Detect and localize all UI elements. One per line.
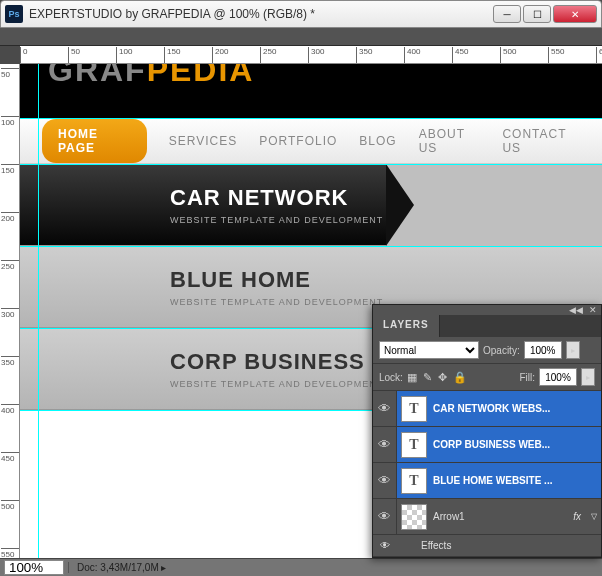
layers-panel[interactable]: ◀◀✕ LAYERS Normal Opacity: ▸ Lock: ▦ ✎ ✥… <box>372 304 602 558</box>
logo: GRAFPEDIA <box>48 64 254 89</box>
design-navbar: HOME PAGE SERVICES PORTFOLIO BLOG ABOUT … <box>20 118 602 164</box>
visibility-icon[interactable]: 👁 <box>373 499 397 534</box>
text-layer-icon: T <box>401 396 427 422</box>
photoshop-icon: Ps <box>5 5 23 23</box>
window-title: EXPERTSTUDIO by GRAFPEDIA @ 100% (RGB/8)… <box>29 7 493 21</box>
nav-link: SERVICES <box>169 134 237 148</box>
visibility-icon[interactable]: 👁 <box>373 540 397 551</box>
visibility-icon[interactable]: 👁 <box>373 391 397 426</box>
blend-mode-select[interactable]: Normal <box>379 341 479 359</box>
layer-row[interactable]: 👁TCORP BUSINESS WEB... <box>373 427 601 463</box>
maximize-button[interactable]: ☐ <box>523 5 551 23</box>
panel-collapse-icon[interactable]: ◀◀ <box>569 305 583 315</box>
opacity-arrow[interactable]: ▸ <box>566 341 580 359</box>
window-titlebar: Ps EXPERTSTUDIO by GRAFPEDIA @ 100% (RGB… <box>0 0 602 28</box>
nav-link: CONTACT US <box>502 127 580 155</box>
opacity-label: Opacity: <box>483 345 520 356</box>
nav-home: HOME PAGE <box>42 119 147 163</box>
slide-title: BLUE HOME <box>170 267 383 293</box>
close-button[interactable]: ✕ <box>553 5 597 23</box>
lock-label: Lock: <box>379 372 403 383</box>
zoom-input[interactable] <box>4 560 64 575</box>
opacity-input[interactable] <box>524 341 562 359</box>
fill-label: Fill: <box>519 372 535 383</box>
lock-position-icon[interactable]: ✥ <box>438 371 447 384</box>
layer-row[interactable]: 👁TCAR NETWORK WEBS... <box>373 391 601 427</box>
fill-input[interactable] <box>539 368 577 386</box>
fx-toggle-icon[interactable]: ▽ <box>591 512 597 521</box>
slide-active: CAR NETWORKWEBSITE TEMPLATE AND DEVELOPM… <box>20 164 386 246</box>
panel-grip[interactable]: ◀◀✕ <box>373 305 601 315</box>
nav-link: BLOG <box>359 134 396 148</box>
layer-name[interactable]: BLUE HOME WEBSITE ... <box>433 475 597 486</box>
slide-subtitle: WEBSITE TEMPLATE AND DEVELOPMENT <box>170 297 383 307</box>
options-bar <box>0 28 602 46</box>
fx-badge[interactable]: fx <box>573 511 581 522</box>
status-bar: Doc: 3,43M/17,0M ▸ <box>0 558 602 576</box>
layer-list[interactable]: 👁TCAR NETWORK WEBS... 👁TCORP BUSINESS WE… <box>373 391 601 557</box>
slide-title: CORP BUSINESS <box>170 349 383 375</box>
lock-pixels-icon[interactable]: ✎ <box>423 371 432 384</box>
text-layer-icon: T <box>401 432 427 458</box>
minimize-button[interactable]: ─ <box>493 5 521 23</box>
slide-title: CAR NETWORK <box>170 185 383 211</box>
layer-effects-row[interactable]: 👁Effects <box>373 535 601 557</box>
visibility-icon[interactable]: 👁 <box>373 463 397 498</box>
blend-row: Normal Opacity: ▸ <box>373 337 601 363</box>
fill-arrow[interactable]: ▸ <box>581 368 595 386</box>
effects-label: Effects <box>421 540 451 551</box>
nav-link: ABOUT US <box>419 127 481 155</box>
vertical-ruler[interactable]: 50100150200250300350400450500550 <box>0 64 20 558</box>
layer-row[interactable]: 👁Arrow1fx▽ <box>373 499 601 535</box>
lock-all-icon[interactable]: 🔒 <box>453 371 467 384</box>
nav-link: PORTFOLIO <box>259 134 337 148</box>
slide-subtitle: WEBSITE TEMPLATE AND DEVELOPMENT <box>170 215 383 225</box>
text-layer-icon: T <box>401 468 427 494</box>
layer-name[interactable]: CAR NETWORK WEBS... <box>433 403 597 414</box>
visibility-icon[interactable]: 👁 <box>373 427 397 462</box>
lock-transparency-icon[interactable]: ▦ <box>407 371 417 384</box>
layer-name[interactable]: CORP BUSINESS WEB... <box>433 439 597 450</box>
design-header: GRAFPEDIA <box>20 64 602 118</box>
layer-row[interactable]: 👁TBLUE HOME WEBSITE ... <box>373 463 601 499</box>
doc-info[interactable]: Doc: 3,43M/17,0M ▸ <box>68 562 175 573</box>
shape-layer-icon <box>401 504 427 530</box>
panel-close-icon[interactable]: ✕ <box>589 305 597 315</box>
lock-row: Lock: ▦ ✎ ✥ 🔒 Fill: ▸ <box>373 363 601 391</box>
slide-subtitle: WEBSITE TEMPLATE AND DEVELOPMENT <box>170 379 383 389</box>
tab-layers[interactable]: LAYERS <box>373 315 440 337</box>
horizontal-ruler[interactable]: 050100150200250300350400450500550600 <box>20 46 602 64</box>
layer-name[interactable]: Arrow1 <box>433 511 567 522</box>
